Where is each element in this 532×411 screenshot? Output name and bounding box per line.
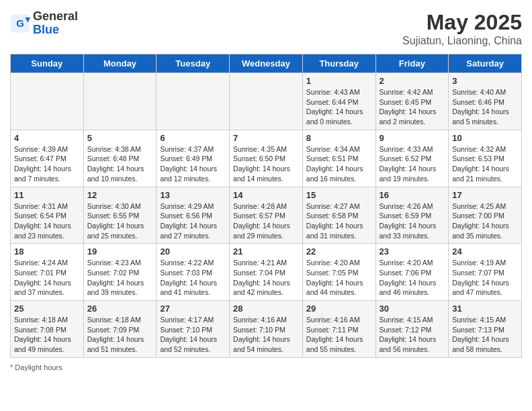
day-header-thursday: Thursday	[302, 54, 375, 73]
calendar-cell: 14Sunrise: 4:28 AM Sunset: 6:57 PM Dayli…	[230, 187, 303, 244]
subtitle: Sujiatun, Liaoning, China	[402, 35, 522, 47]
calendar-cell	[11, 73, 84, 130]
day-info: Sunrise: 4:28 AM Sunset: 6:57 PM Dayligh…	[233, 201, 299, 241]
calendar-cell: 31Sunrise: 4:15 AM Sunset: 7:13 PM Dayli…	[449, 301, 522, 358]
day-header-monday: Monday	[83, 54, 157, 73]
calendar-week-row: 4Sunrise: 4:39 AM Sunset: 6:47 PM Daylig…	[11, 130, 522, 187]
calendar-week-row: 11Sunrise: 4:31 AM Sunset: 6:54 PM Dayli…	[11, 187, 522, 244]
calendar-cell: 9Sunrise: 4:33 AM Sunset: 6:52 PM Daylig…	[375, 130, 449, 187]
calendar-cell: 18Sunrise: 4:24 AM Sunset: 7:01 PM Dayli…	[11, 244, 84, 301]
day-info: Sunrise: 4:23 AM Sunset: 7:02 PM Dayligh…	[87, 258, 153, 298]
day-info: Sunrise: 4:39 AM Sunset: 6:47 PM Dayligh…	[14, 144, 80, 184]
day-info: Sunrise: 4:38 AM Sunset: 6:48 PM Dayligh…	[87, 144, 153, 184]
day-header-sunday: Sunday	[11, 54, 84, 73]
day-info: Sunrise: 4:26 AM Sunset: 6:59 PM Dayligh…	[380, 201, 445, 241]
day-info: Sunrise: 4:31 AM Sunset: 6:54 PM Dayligh…	[14, 201, 80, 241]
day-info: Sunrise: 4:15 AM Sunset: 7:13 PM Dayligh…	[452, 315, 518, 355]
calendar-cell	[157, 73, 230, 130]
day-number: 27	[160, 304, 226, 314]
day-number: 5	[87, 133, 153, 143]
day-number: 18	[14, 246, 80, 257]
day-info: Sunrise: 4:27 AM Sunset: 6:58 PM Dayligh…	[306, 201, 372, 241]
day-info: Sunrise: 4:18 AM Sunset: 7:09 PM Dayligh…	[87, 315, 153, 355]
day-info: Sunrise: 4:21 AM Sunset: 7:04 PM Dayligh…	[233, 258, 299, 298]
day-info: Sunrise: 4:33 AM Sunset: 6:52 PM Dayligh…	[380, 144, 445, 184]
calendar-cell: 16Sunrise: 4:26 AM Sunset: 6:59 PM Dayli…	[375, 187, 449, 244]
day-info: Sunrise: 4:42 AM Sunset: 6:45 PM Dayligh…	[380, 87, 445, 127]
day-number: 14	[233, 190, 299, 200]
day-info: Sunrise: 4:16 AM Sunset: 7:11 PM Dayligh…	[306, 315, 372, 355]
day-number: 8	[306, 133, 372, 143]
calendar-week-row: 18Sunrise: 4:24 AM Sunset: 7:01 PM Dayli…	[11, 244, 522, 301]
calendar-cell: 3Sunrise: 4:40 AM Sunset: 6:46 PM Daylig…	[449, 73, 522, 130]
footer-note: * Daylight hours	[10, 363, 522, 371]
day-info: Sunrise: 4:29 AM Sunset: 6:56 PM Dayligh…	[160, 201, 226, 241]
calendar-cell: 28Sunrise: 4:16 AM Sunset: 7:10 PM Dayli…	[230, 301, 303, 358]
calendar-cell: 20Sunrise: 4:22 AM Sunset: 7:03 PM Dayli…	[157, 244, 230, 301]
day-number: 1	[306, 76, 372, 86]
calendar-cell: 10Sunrise: 4:32 AM Sunset: 6:53 PM Dayli…	[449, 130, 522, 187]
day-header-friday: Friday	[375, 54, 449, 73]
day-info: Sunrise: 4:37 AM Sunset: 6:49 PM Dayligh…	[160, 144, 226, 184]
calendar-week-row: 1Sunrise: 4:43 AM Sunset: 6:44 PM Daylig…	[11, 73, 522, 130]
day-number: 21	[233, 246, 299, 257]
day-info: Sunrise: 4:22 AM Sunset: 7:03 PM Dayligh…	[160, 258, 226, 298]
day-number: 12	[87, 190, 153, 200]
day-number: 31	[452, 304, 518, 314]
calendar-cell: 21Sunrise: 4:21 AM Sunset: 7:04 PM Dayli…	[230, 244, 303, 301]
calendar-cell: 29Sunrise: 4:16 AM Sunset: 7:11 PM Dayli…	[302, 301, 375, 358]
calendar-cell: 17Sunrise: 4:25 AM Sunset: 7:00 PM Dayli…	[449, 187, 522, 244]
calendar-cell: 22Sunrise: 4:20 AM Sunset: 7:05 PM Dayli…	[302, 244, 375, 301]
calendar-cell	[230, 73, 303, 130]
day-info: Sunrise: 4:20 AM Sunset: 7:05 PM Dayligh…	[306, 258, 372, 298]
calendar-cell	[83, 73, 157, 130]
day-number: 24	[452, 246, 518, 257]
day-number: 2	[380, 76, 445, 86]
logo-blue: Blue	[33, 23, 59, 36]
calendar-cell: 8Sunrise: 4:34 AM Sunset: 6:51 PM Daylig…	[302, 130, 375, 187]
day-number: 13	[160, 190, 226, 200]
calendar-cell: 11Sunrise: 4:31 AM Sunset: 6:54 PM Dayli…	[11, 187, 84, 244]
logo: G General Blue	[10, 10, 78, 37]
day-number: 28	[233, 304, 299, 314]
logo-text: General Blue	[33, 10, 78, 37]
day-number: 4	[14, 133, 80, 143]
calendar-table: SundayMondayTuesdayWednesdayThursdayFrid…	[10, 54, 522, 358]
calendar-cell: 15Sunrise: 4:27 AM Sunset: 6:58 PM Dayli…	[302, 187, 375, 244]
day-info: Sunrise: 4:25 AM Sunset: 7:00 PM Dayligh…	[452, 201, 518, 241]
day-number: 10	[452, 133, 518, 143]
day-number: 11	[14, 190, 80, 200]
calendar-cell: 1Sunrise: 4:43 AM Sunset: 6:44 PM Daylig…	[302, 73, 375, 130]
day-info: Sunrise: 4:17 AM Sunset: 7:10 PM Dayligh…	[160, 315, 226, 355]
footer-note-text: Daylight hours	[15, 363, 62, 371]
day-number: 3	[452, 76, 518, 86]
calendar-cell: 25Sunrise: 4:18 AM Sunset: 7:08 PM Dayli…	[11, 301, 84, 358]
day-number: 30	[380, 304, 445, 314]
calendar-header-row: SundayMondayTuesdayWednesdayThursdayFrid…	[11, 54, 522, 73]
day-info: Sunrise: 4:16 AM Sunset: 7:10 PM Dayligh…	[233, 315, 299, 355]
day-info: Sunrise: 4:19 AM Sunset: 7:07 PM Dayligh…	[452, 258, 518, 298]
day-info: Sunrise: 4:43 AM Sunset: 6:44 PM Dayligh…	[306, 87, 372, 127]
day-info: Sunrise: 4:32 AM Sunset: 6:53 PM Dayligh…	[452, 144, 518, 184]
day-info: Sunrise: 4:35 AM Sunset: 6:50 PM Dayligh…	[233, 144, 299, 184]
day-number: 16	[380, 190, 445, 200]
logo-general: General	[33, 9, 78, 23]
calendar-cell: 26Sunrise: 4:18 AM Sunset: 7:09 PM Dayli…	[83, 301, 157, 358]
day-number: 25	[14, 304, 80, 314]
calendar-cell: 5Sunrise: 4:38 AM Sunset: 6:48 PM Daylig…	[83, 130, 157, 187]
day-header-saturday: Saturday	[449, 54, 522, 73]
day-info: Sunrise: 4:30 AM Sunset: 6:55 PM Dayligh…	[87, 201, 153, 241]
calendar-cell: 4Sunrise: 4:39 AM Sunset: 6:47 PM Daylig…	[11, 130, 84, 187]
calendar-cell: 2Sunrise: 4:42 AM Sunset: 6:45 PM Daylig…	[375, 73, 449, 130]
main-title: May 2025	[402, 10, 522, 35]
svg-text:G: G	[16, 17, 24, 28]
day-number: 26	[87, 304, 153, 314]
title-block: May 2025 Sujiatun, Liaoning, China	[402, 10, 522, 47]
day-number: 15	[306, 190, 372, 200]
calendar-cell: 30Sunrise: 4:15 AM Sunset: 7:12 PM Dayli…	[375, 301, 449, 358]
day-info: Sunrise: 4:24 AM Sunset: 7:01 PM Dayligh…	[14, 258, 80, 298]
page-header: G General Blue May 2025 Sujiatun, Liaoni…	[10, 10, 522, 47]
day-number: 7	[233, 133, 299, 143]
day-number: 22	[306, 246, 372, 257]
day-info: Sunrise: 4:40 AM Sunset: 6:46 PM Dayligh…	[452, 87, 518, 127]
